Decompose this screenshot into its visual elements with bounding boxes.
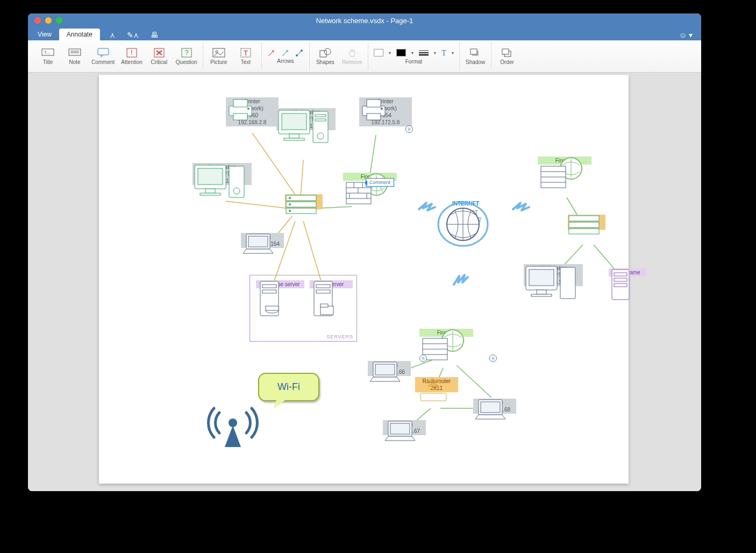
svg-rect-101	[569, 229, 599, 234]
picture-tool-button[interactable]: Picture	[209, 47, 229, 65]
text-tool-button[interactable]: TText	[236, 47, 256, 65]
shapes-tool-button[interactable]: Shapes	[315, 47, 336, 65]
firewall-icon	[343, 172, 391, 207]
svg-rect-59	[198, 168, 223, 185]
node-switch-2[interactable]: Switch22960-24TT	[568, 214, 605, 230]
link-badge-icon[interactable]: ⎘	[419, 355, 427, 362]
svg-point-49	[381, 108, 383, 110]
titlebar: Network scheme.vsdx - Page-1	[28, 13, 701, 27]
svg-rect-122	[390, 423, 410, 434]
svg-rect-118	[420, 393, 446, 401]
remove-tool-button: Remove	[342, 47, 362, 65]
attention-tool-button[interactable]: !Attention	[121, 47, 142, 65]
minimize-window-button[interactable]	[45, 17, 52, 24]
app-window: Network scheme.vsdx - Page-1 View Annota…	[28, 13, 701, 491]
node-firewall-3[interactable]: Firewall	[419, 328, 473, 337]
feedback-icon[interactable]: ☺ ▾	[679, 31, 693, 40]
svg-rect-48	[367, 114, 381, 120]
tab-annotate[interactable]: Annotate	[59, 29, 100, 40]
laptop-icon	[473, 398, 508, 421]
workstation-icon	[192, 162, 246, 204]
close-window-button[interactable]	[34, 17, 41, 24]
svg-line-39	[457, 365, 491, 398]
node-workstation-1[interactable]: WorkstationPC-PT192.168.1.172	[276, 107, 336, 130]
node-laptop-1[interactable]: Laptop192.168.1.164	[241, 232, 284, 248]
arrows-tool-button[interactable]: Arrows	[267, 48, 304, 64]
order-tool-button[interactable]: Order	[497, 47, 517, 65]
comment-tool-button[interactable]: Comment	[91, 47, 115, 65]
server-icon	[310, 279, 337, 318]
svg-line-27	[301, 160, 303, 196]
svg-rect-117	[375, 364, 395, 375]
link-badge-icon[interactable]: ⎘	[489, 355, 497, 362]
acrobat-icon[interactable]: ⋏	[110, 31, 115, 39]
node-workstation-2[interactable]: WorkstationPC-PT192.168.1.163	[192, 162, 252, 185]
secondary-tool-icons: ⋏ ✎⋏ 🖶	[100, 30, 158, 40]
node-printer-2[interactable]: Printer(network)7954192.172.5.8	[359, 96, 412, 126]
svg-rect-106	[560, 267, 575, 299]
svg-rect-104	[537, 290, 546, 294]
svg-rect-5	[98, 48, 109, 55]
svg-rect-81	[248, 236, 268, 247]
node-switch-1[interactable]: Switch12960-24TT	[285, 193, 323, 209]
svg-point-18	[324, 48, 331, 55]
svg-rect-105	[531, 294, 552, 296]
node-radiorouter[interactable]: Radiorouter2811	[415, 376, 458, 392]
link-badge-icon[interactable]: ⎘	[405, 125, 413, 133]
svg-rect-53	[284, 138, 304, 140]
print-icon[interactable]: 🖶	[151, 31, 158, 39]
node-laptop-2[interactable]: Laptop192.168.1.66	[368, 360, 411, 376]
server-icon	[256, 279, 283, 318]
tab-view[interactable]: View	[30, 29, 59, 40]
stroke-swatch	[396, 49, 406, 56]
svg-point-15	[296, 54, 298, 56]
format-tool-group[interactable]: ▾ ▾ ▾ T▾ Format	[374, 48, 454, 65]
svg-rect-61	[200, 193, 220, 195]
canvas-area[interactable]: Printer(network)7960192.168.2.8 Printer(…	[28, 73, 701, 491]
node-firewall-2[interactable]: Firewall	[538, 155, 591, 165]
laptop-icon	[368, 360, 402, 384]
svg-text:!: !	[131, 49, 132, 56]
node-database-server[interactable]: Database server	[256, 279, 304, 288]
window-title: Network scheme.vsdx - Page-1	[316, 17, 413, 25]
node-laptop-4[interactable]: Laptop192.168.1.68	[473, 398, 516, 414]
svg-rect-120	[481, 402, 500, 413]
laptop-icon	[241, 232, 275, 256]
svg-rect-52	[289, 134, 299, 138]
comment-annotation[interactable]: Comment	[366, 178, 394, 187]
title-tool-button[interactable]: T....Title	[38, 47, 58, 65]
question-tool-button[interactable]: ?Question	[176, 47, 197, 65]
svg-rect-100	[569, 222, 599, 228]
svg-rect-47	[367, 100, 381, 107]
line-style-icon	[419, 49, 429, 56]
svg-rect-99	[569, 216, 599, 221]
node-file-server[interactable]: File server	[310, 279, 353, 288]
diagram-page[interactable]: Printer(network)7960192.168.2.8 Printer(…	[99, 75, 629, 484]
svg-rect-60	[205, 189, 215, 193]
node-workstation-3[interactable]: WorkstationPC-PT192.168.1.35	[524, 263, 583, 286]
svg-rect-86	[266, 306, 279, 310]
svg-text:?: ?	[185, 49, 189, 56]
svg-rect-51	[282, 114, 306, 130]
node-printer-1[interactable]: Printer(network)7960192.168.2.8	[226, 96, 279, 126]
node-internet[interactable]: INTERNET Server-PT172.17.197.2	[433, 198, 498, 224]
printer-icon	[359, 96, 388, 122]
shadow-tool-button[interactable]: Shadow	[465, 47, 486, 65]
svg-point-16	[301, 49, 303, 52]
router-icon	[415, 376, 452, 403]
tab-bar: View Annotate ⋏ ✎⋏ 🖶 ☺ ▾	[28, 27, 701, 40]
svg-rect-44	[233, 114, 247, 120]
zoom-window-button[interactable]	[56, 17, 62, 24]
svg-text:T: T	[244, 49, 248, 57]
node-laptop-3[interactable]: Laptop192.168.1.67	[383, 419, 426, 435]
svg-point-69	[289, 210, 291, 212]
svg-rect-62	[229, 166, 244, 197]
sign-icon[interactable]: ✎⋏	[127, 31, 139, 39]
annotation-toolbar: T....Title Note Comment !Attention Criti…	[28, 40, 701, 73]
wifi-callout[interactable]: Wi-Fi	[258, 373, 319, 401]
node-mainframe[interactable]: Mainframe	[609, 267, 646, 276]
svg-rect-43	[233, 100, 247, 107]
laptop-icon	[383, 419, 417, 443]
note-tool-button[interactable]: Note	[65, 47, 85, 65]
critical-tool-button[interactable]: Critical	[149, 47, 169, 65]
